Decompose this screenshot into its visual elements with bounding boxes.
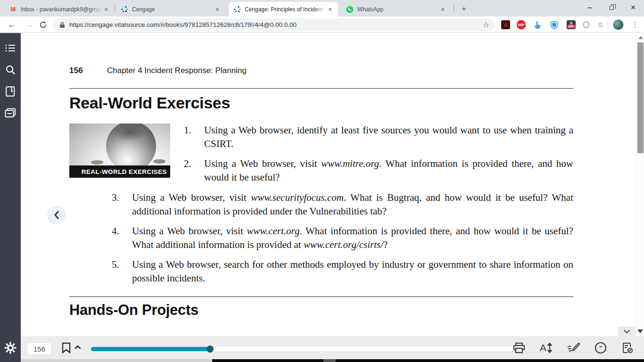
exercise-text: Using a Web browser, visit www.mitre.org… [204, 157, 573, 184]
bookmark-caret-up-icon[interactable] [74, 345, 81, 349]
notebook-icon[interactable] [0, 82, 21, 101]
reader-sidebar [0, 33, 21, 359]
section-rule [69, 296, 573, 297]
profile-avatar[interactable] [613, 19, 624, 30]
close-window-button[interactable]: × [622, 0, 644, 15]
circle-extension-icon[interactable] [583, 21, 590, 28]
back-button[interactable]: ← [5, 16, 19, 33]
exercise-item: 4.Using a Web browser, visit www.cert.or… [112, 224, 573, 252]
chrome-menu-icon[interactable]: ⋮ [630, 20, 640, 29]
address-bar[interactable]: https://cengage.vitalsource.com/#/books/… [53, 18, 494, 31]
close-tab-icon[interactable]: × [213, 5, 222, 14]
page-number: 156 [69, 66, 83, 75]
exercise-number: 3. [112, 191, 132, 218]
bookmark-icon[interactable] [62, 342, 71, 354]
svg-text:”: ” [599, 344, 603, 351]
progress-fill [91, 347, 210, 351]
table-of-contents-icon[interactable] [0, 39, 21, 58]
letter-a: A [540, 342, 546, 354]
tab-divider [454, 5, 454, 12]
forward-button[interactable]: → [22, 16, 36, 33]
lock-icon [59, 22, 65, 28]
tab-title: Cengage: Principles of Incident R [245, 6, 326, 13]
exercise-list-beside-figure: 1.Using a Web browser, identify at least… [184, 123, 573, 190]
tab-cengage-book-active[interactable]: Cengage: Principles of Incident R × [229, 2, 338, 16]
exercise-text: Using a Web browser, identify at least f… [204, 123, 573, 151]
tab-title: Inbox - pavankumardpk9@gmail [21, 6, 102, 13]
next-section-heading: Hands-On Projects [69, 302, 573, 319]
restore-button[interactable] [601, 0, 622, 15]
copy-link-page-icon[interactable] [621, 342, 634, 354]
gmail-icon: M [9, 6, 17, 13]
flashcards-icon[interactable] [0, 104, 21, 123]
tab-divider [115, 5, 115, 12]
chapter-title: Chapter 4 Incident Response: Planning [107, 66, 247, 75]
acrobat-extension-icon[interactable]: A [501, 20, 510, 29]
exercise-number: 1. [184, 123, 204, 151]
puzzle-piece [153, 159, 165, 164]
ghostery-off-extension-icon[interactable]: OFF [567, 20, 576, 29]
skype-extension-icon[interactable]: S [596, 20, 605, 29]
reload-button[interactable] [36, 16, 50, 33]
toolbar-divider [607, 21, 608, 29]
section-rule [69, 88, 573, 89]
bottom-strip-dark [212, 359, 323, 362]
section-heading: Real-World Exercises [69, 94, 573, 112]
fast-highlight-icon[interactable] [567, 342, 580, 354]
bottom-strip-light [21, 359, 212, 362]
footer-action-icons: A ” [513, 340, 634, 356]
bottom-strip-segment [323, 359, 336, 362]
search-icon[interactable] [0, 60, 21, 79]
tab-whatsapp[interactable]: WhatsApp × [341, 2, 451, 16]
exercise-text: Using a Web browser, visit www.cert.org.… [132, 224, 573, 252]
minimize-button[interactable]: – [579, 0, 601, 15]
figure-caption: REAL-WORLD EXERCISES [69, 165, 170, 178]
zenmate-shield-extension-icon[interactable] [550, 20, 559, 29]
exercises-top-row: REAL-WORLD EXERCISES 1.Using a Web brows… [69, 123, 573, 190]
scroll-down-arrow[interactable] [637, 329, 643, 333]
settings-gear-icon[interactable] [4, 342, 17, 354]
exercise-number: 4. [112, 224, 132, 252]
browser-toolbar: ← → https://cengage.vitalsource.com/#/bo… [0, 16, 644, 33]
tab-gmail[interactable]: M Inbox - pavankumardpk9@gmail × [5, 2, 114, 16]
text-size-icon[interactable]: A [540, 342, 552, 354]
exercise-item: 2.Using a Web browser, visit www.mitre.o… [184, 157, 573, 184]
sidebar-bottom [0, 336, 21, 359]
exercise-item: 3.Using a Web browser, visit www.securit… [112, 191, 573, 218]
scroll-page-down-button[interactable] [618, 327, 636, 336]
browser-tab-strip: M Inbox - pavankumardpk9@gmail × Cengage… [0, 0, 644, 16]
scrollbar-thumb[interactable] [637, 42, 644, 153]
restore-icon [610, 6, 614, 10]
exercise-item: 1.Using a Web browser, identify at least… [184, 123, 573, 151]
book-progress-slider[interactable] [91, 347, 514, 351]
citation-icon[interactable]: ” [594, 342, 607, 354]
puzzle-globe-image [106, 123, 156, 171]
exercise-text: Using a Web browser, visit www.securityf… [132, 191, 573, 218]
previous-page-button[interactable] [47, 206, 66, 224]
close-tab-icon[interactable]: × [438, 5, 447, 14]
chevron-down-icon [623, 329, 630, 334]
exercise-text: Using a Web browser, search for other me… [132, 258, 573, 285]
tab-title: Cengage [132, 6, 213, 13]
book-page-view: 156 Chapter 4 Incident Response: Plannin… [21, 33, 636, 336]
touch-hand-extension-icon[interactable] [533, 20, 542, 29]
page-scrollbar[interactable] [636, 33, 644, 336]
new-tab-button[interactable]: + [458, 3, 470, 15]
print-icon[interactable] [513, 342, 525, 354]
book-page: 156 Chapter 4 Incident Response: Plannin… [69, 66, 573, 319]
scroll-up-arrow[interactable] [638, 36, 643, 39]
puzzle-piece [91, 160, 103, 165]
off-label: OFF [568, 25, 575, 28]
bookmark-star-icon[interactable]: ☆ [483, 20, 489, 29]
close-tab-icon[interactable]: × [102, 5, 110, 14]
cengage-icon [233, 6, 241, 13]
page-number-input[interactable] [27, 343, 52, 355]
section-figure: REAL-WORLD EXERCISES [69, 123, 170, 178]
progress-knob[interactable] [206, 346, 214, 353]
bottom-strip-dark [336, 359, 644, 362]
close-tab-icon[interactable]: × [326, 5, 334, 14]
tab-cengage[interactable]: Cengage × [116, 2, 225, 16]
adblock-plus-extension-icon[interactable]: ABP [517, 20, 526, 29]
bottom-strip-sidebar [0, 359, 21, 362]
tab-title: WhatsApp [357, 6, 438, 13]
